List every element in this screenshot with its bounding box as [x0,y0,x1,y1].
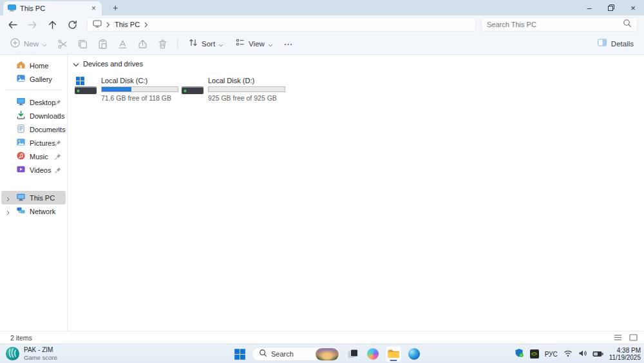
nvidia-settings-icon[interactable] [530,349,539,358]
drive-c-tile[interactable]: Local Disk (C:) 71.6 GB free of 118 GB [73,75,175,103]
large-thumbnails-view-icon[interactable] [629,332,638,344]
file-explorer-button[interactable] [385,346,402,362]
copy-button[interactable] [73,35,93,52]
copilot-button[interactable] [365,346,381,362]
pictures-icon [16,137,26,148]
documents-icon [16,124,26,135]
sidebar-item-label: Home [30,62,48,70]
sidebar-item-documents[interactable]: Documents [1,123,66,136]
search-highlight-image[interactable] [316,348,339,360]
file-list-area: Devices and drives Local Disk (C:) 71.6 … [68,55,644,331]
start-button[interactable] [232,346,247,362]
taskbar-center: Search [232,344,422,363]
delete-button[interactable] [153,35,173,52]
sort-button-label: Sort [202,40,215,48]
rename-button[interactable] [113,35,133,52]
address-bar[interactable]: This PC [87,17,476,32]
computer-icon [93,19,102,30]
view-button-label: View [249,40,265,48]
search-box[interactable] [481,17,638,32]
paste-button[interactable] [93,35,113,52]
close-button[interactable]: × [622,0,644,15]
sidebar-item-home[interactable]: Home [1,59,66,72]
chevron-down-icon [218,38,223,50]
list-view-icon[interactable] [614,332,622,344]
sidebar-divider [5,90,62,90]
pin-icon [54,112,62,121]
sidebar-item-gallery[interactable]: Gallery [1,72,66,86]
clock-date: 11/19/2025 [609,354,641,362]
clock[interactable]: 4:38 PM 11/19/2025 [609,347,641,362]
up-button[interactable] [43,16,62,33]
chevron-down-icon [42,38,47,50]
widget-title: PAK - ZIM [24,346,57,354]
cut-button[interactable] [53,35,73,52]
expand-chevron-icon[interactable] [6,209,10,217]
drive-name: Local Disk (C:) [101,77,178,85]
sidebar-item-videos[interactable]: Videos [1,163,66,177]
search-icon [259,348,267,360]
taskbar-search[interactable]: Search [252,347,341,361]
chevron-down-icon [268,38,273,50]
cricket-widget-icon [6,347,19,360]
tab-close-icon[interactable]: × [90,5,97,12]
drives-row: Local Disk (C:) 71.6 GB free of 118 GB L… [73,75,644,103]
sort-button[interactable]: Sort [182,35,229,52]
tab-title: This PC [20,5,86,12]
forward-button[interactable] [23,16,43,33]
widgets-button[interactable]: PAK - ZIM Game score [6,346,57,361]
edge-icon [408,348,420,360]
sort-arrows-icon [188,37,198,50]
sidebar-item-desktop[interactable]: Desktop [1,95,66,109]
search-icon[interactable] [623,19,632,30]
view-list-icon [235,37,245,50]
back-button[interactable] [3,16,23,33]
this-pc-icon [8,3,16,14]
refresh-button[interactable] [62,16,82,33]
sidebar-item-label: Videos [30,166,51,174]
view-button[interactable]: View [229,35,279,52]
sidebar-item-this-pc[interactable]: This PC [1,191,66,204]
gallery-icon [16,74,26,84]
minimize-button[interactable]: – [578,0,600,15]
wifi-icon[interactable] [564,348,573,360]
new-tab-button[interactable]: + [108,0,122,15]
drive-free-space: 925 GB free of 925 GB [208,94,285,102]
group-header-devices-and-drives[interactable]: Devices and drives [73,59,644,69]
sidebar-item-label: Music [30,153,48,161]
restore-button[interactable] [600,0,622,15]
battery-icon[interactable] [592,348,603,360]
sidebar-item-downloads[interactable]: Downloads [1,109,66,123]
item-count: 2 items [10,334,32,342]
sidebar-item-music[interactable]: Music [1,150,66,163]
sidebar-item-pictures[interactable]: Pictures [1,136,66,150]
chevron-right-icon[interactable] [144,19,148,30]
expand-chevron-icon[interactable] [6,195,10,203]
security-shield-icon[interactable] [515,348,524,360]
drive-usage-fill [102,87,131,92]
this-pc-icon [16,192,26,203]
search-input[interactable] [487,21,620,28]
edge-button[interactable] [406,346,422,362]
sidebar-item-label: Desktop [30,99,55,106]
share-button[interactable] [133,35,153,52]
drive-d-tile[interactable]: Local Disk (D:) 925 GB free of 925 GB [180,75,281,103]
breadcrumb-this-pc[interactable]: This PC [115,21,140,28]
task-view-button[interactable] [345,346,361,362]
videos-icon [16,164,26,175]
sidebar-item-label: Network [30,208,55,215]
titlebar: This PC × + – × [0,0,644,15]
widget-subtitle: Game score [24,354,57,361]
sidebar-item-network[interactable]: Network [1,204,66,218]
speaker-icon[interactable] [578,348,587,360]
more-options-button[interactable]: ⋯ [279,35,298,52]
hard-drive-windows-icon [74,76,97,95]
chevron-right-icon[interactable] [106,19,110,30]
new-button[interactable]: New [4,35,53,52]
details-pane-button[interactable]: Details [592,35,639,52]
language-indicator[interactable]: РУС [545,351,558,358]
plus-circle-icon [10,37,21,51]
pin-icon [54,139,62,148]
explorer-tab[interactable]: This PC × [3,1,102,15]
collapse-chevron-icon[interactable] [73,58,79,70]
